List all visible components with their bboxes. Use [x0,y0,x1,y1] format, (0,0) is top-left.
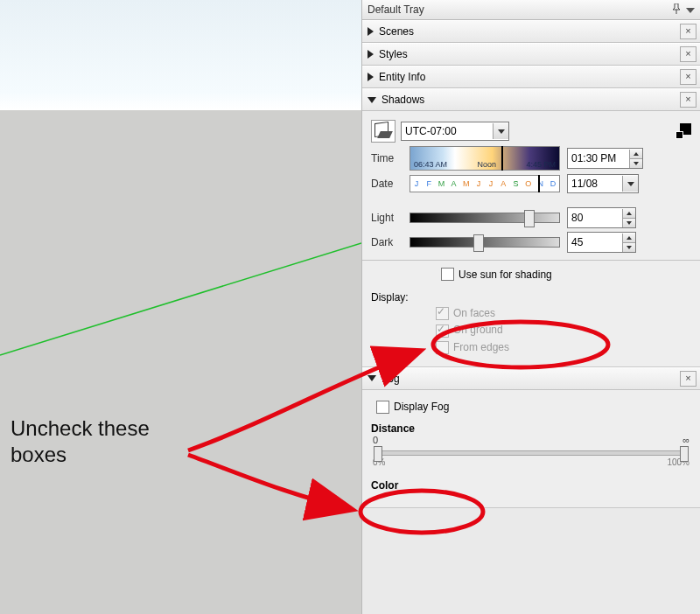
on-ground-checkbox [436,324,449,338]
date-label: Date [371,178,410,190]
spin-up[interactable] [623,209,635,218]
fog-panel-body: Display Fog Distance 0 ∞ 0% 100% Color [362,390,700,508]
time-value[interactable] [568,150,629,167]
from-edges-label: From edges [453,341,509,353]
shadow-detail-toggle-icon[interactable] [676,123,691,139]
scenes-panel-header[interactable]: Scenes [362,20,700,43]
svg-line-0 [0,243,361,355]
dark-spinner[interactable] [567,232,636,253]
distance-label: Distance [371,422,691,435]
close-icon[interactable] [680,69,696,85]
expand-icon [368,73,374,81]
date-value[interactable] [568,176,622,192]
annotation-line2: boxes [10,443,66,466]
close-icon[interactable] [680,371,696,387]
use-sun-checkbox[interactable] [441,268,454,281]
dropdown-button[interactable] [493,123,508,139]
on-faces-checkbox [436,307,449,320]
use-sun-label: Use sun for shading [458,269,552,281]
spin-down[interactable] [630,158,642,168]
entity-info-panel-header[interactable]: Entity Info [362,66,700,88]
dark-label: Dark [371,236,410,248]
display-fog-label: Display Fog [394,401,449,413]
spin-up[interactable] [630,150,642,158]
distance-max: ∞ [682,435,690,445]
spin-down[interactable] [623,242,635,252]
color-label: Color [371,479,691,492]
time-slider[interactable]: 06:43 AM Noon 4:45 PM [410,146,560,171]
spin-up[interactable] [623,234,635,242]
entity-info-label: Entity Info [379,71,425,83]
close-icon[interactable] [680,24,696,39]
display-label: Display: [371,291,409,304]
time-label: Time [371,152,410,164]
light-value[interactable] [568,209,622,227]
on-faces-label: On faces [453,307,495,319]
timezone-value[interactable] [402,123,493,139]
dark-slider[interactable] [410,237,560,248]
light-label: Light [371,212,410,224]
timezone-select[interactable] [401,122,509,141]
shadows-panel-header[interactable]: Shadows [362,88,700,111]
collapse-icon [368,375,376,381]
collapse-icon [368,97,376,103]
annotation-text: Uncheck these boxes [10,415,150,468]
tray-titlebar[interactable]: Default Tray [362,0,700,20]
annotation-line1: Uncheck these [10,416,150,440]
sketchup-viewport: Uncheck these boxes [0,0,361,614]
fog-panel-header[interactable]: Fog [362,367,700,390]
from-edges-checkbox [436,341,449,354]
date-slider[interactable]: J F M A M J J A S O N D [410,175,560,192]
styles-label: Styles [379,48,408,60]
expand-icon [368,50,374,59]
distance-min: 0 [373,435,378,445]
light-spinner[interactable] [567,207,636,228]
date-select[interactable] [567,174,639,193]
close-icon[interactable] [680,92,696,108]
pin-icon[interactable] [672,3,681,17]
light-slider[interactable] [410,213,560,223]
dark-value[interactable] [568,234,622,251]
default-tray-panel: Default Tray Scenes Styles Entity Info S… [361,0,700,614]
time-spinner[interactable] [567,148,643,169]
expand-icon [368,27,374,36]
on-ground-label: On ground [453,324,503,336]
shadow-toggle-icon[interactable] [371,120,396,143]
shadows-panel-body: Time 06:43 AM Noon 4:45 PM Date J F M [362,111,700,367]
distance-slider[interactable] [374,450,688,456]
shadows-label: Shadows [382,94,424,106]
time-tick: Noon [477,160,496,169]
tray-title-text: Default Tray [368,3,424,16]
display-fog-checkbox[interactable] [376,401,389,414]
tray-menu-icon[interactable] [686,3,695,16]
time-tick: 4:45 PM [526,160,556,169]
dropdown-button[interactable] [622,176,638,192]
close-icon[interactable] [680,46,696,62]
styles-panel-header[interactable]: Styles [362,43,700,66]
spin-down[interactable] [623,218,635,227]
scenes-label: Scenes [379,25,414,38]
fog-label: Fog [382,373,400,385]
time-tick: 06:43 AM [414,160,447,169]
